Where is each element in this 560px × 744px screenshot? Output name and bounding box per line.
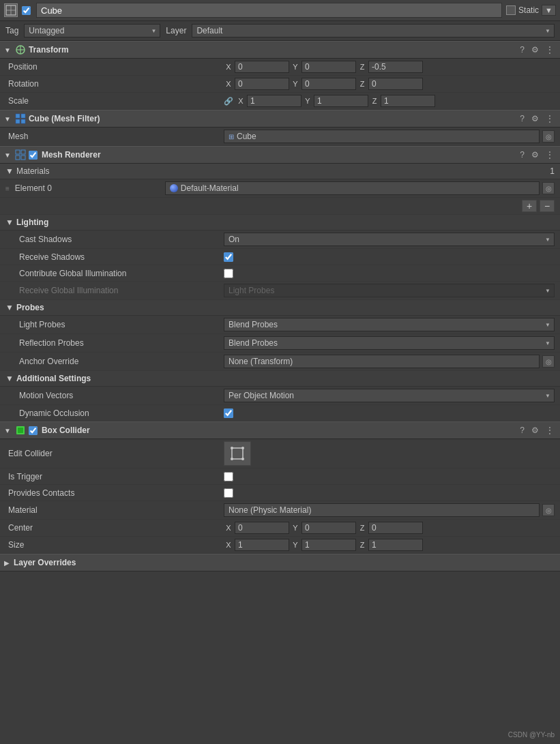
object-icon <box>4 3 18 17</box>
size-x-input[interactable] <box>235 539 289 551</box>
svg-rect-12 <box>16 155 20 160</box>
scale-lock-icon[interactable]: 🔗 <box>224 97 233 106</box>
size-value: X Y Z <box>224 539 555 551</box>
mesh-renderer-arrow[interactable]: ▼ <box>4 151 11 159</box>
mesh-filter-arrow[interactable]: ▼ <box>4 115 11 123</box>
center-z-input[interactable] <box>368 522 423 534</box>
mesh-filter-menu-btn[interactable]: ⋮ <box>544 114 556 123</box>
center-y-input[interactable] <box>301 522 356 534</box>
cast-shadows-dropdown-wrapper[interactable]: On <box>224 233 555 246</box>
rot-y-input[interactable] <box>301 78 356 90</box>
light-probes-row: Light Probes Blend Probes <box>0 316 560 334</box>
mesh-filter-actions: ? ⚙ ⋮ <box>518 114 556 123</box>
layer-dropdown-wrapper[interactable]: Default <box>192 24 555 38</box>
remove-material-btn[interactable]: − <box>540 200 555 212</box>
center-xyz: X Y Z <box>224 522 555 534</box>
additional-settings-arrow[interactable]: ▼ <box>5 374 14 383</box>
center-x-input[interactable] <box>235 522 289 534</box>
mesh-renderer-menu-btn[interactable]: ⋮ <box>544 150 556 160</box>
transform-settings-btn[interactable]: ⚙ <box>529 45 541 55</box>
box-collider-settings-btn[interactable]: ⚙ <box>529 426 541 435</box>
pos-y-input[interactable] <box>301 61 356 73</box>
rot-z-input[interactable] <box>368 78 423 90</box>
transform-help-btn[interactable]: ? <box>518 45 527 55</box>
edit-collider-label: Edit Collider <box>5 449 224 458</box>
motion-vectors-dropdown-wrapper[interactable]: Per Object Motion <box>224 389 555 402</box>
contribute-gi-row: Contribute Global Illumination <box>0 265 560 282</box>
object-name-input[interactable] <box>36 3 502 18</box>
edit-collider-btn[interactable] <box>224 441 251 466</box>
tag-layer-row: Tag Untagged Layer Default <box>0 21 560 41</box>
rot-y-label: Y <box>291 80 300 88</box>
mesh-filter-settings-btn[interactable]: ⚙ <box>529 114 541 123</box>
mesh-renderer-help-btn[interactable]: ? <box>518 150 527 160</box>
mesh-target-btn[interactable]: ◎ <box>542 130 555 143</box>
add-material-btn[interactable]: + <box>522 200 537 212</box>
layer-overrides-arrow[interactable]: ▶ <box>4 559 10 567</box>
light-probes-dropdown-wrapper[interactable]: Blend Probes <box>224 318 555 331</box>
rot-x-input[interactable] <box>235 78 289 90</box>
provides-contacts-checkbox[interactable] <box>224 488 233 498</box>
pos-z-input[interactable] <box>368 61 423 73</box>
cast-shadows-dropdown[interactable]: On <box>224 233 555 246</box>
transform-arrow[interactable]: ▼ <box>4 46 11 54</box>
anchor-override-label: Anchor Override <box>5 357 224 366</box>
scale-label: Scale <box>5 96 224 106</box>
scale-y-input[interactable] <box>314 95 368 107</box>
dynamic-occlusion-checkbox[interactable] <box>224 408 233 418</box>
scale-z-input[interactable] <box>381 95 435 107</box>
box-collider-help-btn[interactable]: ? <box>518 426 527 435</box>
edit-collider-icon <box>230 446 245 461</box>
reflection-probes-dropdown[interactable]: Blend Probes <box>224 336 555 350</box>
receive-shadows-checkbox[interactable] <box>224 252 233 262</box>
cast-shadows-row: Cast Shadows On <box>0 230 560 249</box>
mesh-renderer-enabled-checkbox[interactable] <box>29 151 38 160</box>
static-checkbox[interactable] <box>506 5 516 15</box>
probes-arrow[interactable]: ▼ <box>5 303 14 312</box>
lighting-subheader[interactable]: ▼ Lighting <box>0 215 560 230</box>
lighting-arrow[interactable]: ▼ <box>5 218 14 227</box>
reflection-probes-dropdown-wrapper[interactable]: Blend Probes <box>224 336 555 350</box>
svg-rect-8 <box>16 119 20 123</box>
object-active-checkbox[interactable] <box>22 6 31 15</box>
light-probes-dropdown[interactable]: Blend Probes <box>224 318 555 331</box>
tag-dropdown-wrapper[interactable]: Untagged <box>24 24 160 38</box>
pos-x-input[interactable] <box>235 61 289 73</box>
motion-vectors-dropdown[interactable]: Per Object Motion <box>224 389 555 402</box>
lighting-title: Lighting <box>16 218 48 227</box>
box-collider-menu-btn[interactable]: ⋮ <box>544 426 556 435</box>
dynamic-occlusion-value <box>224 408 555 418</box>
position-value: X Y Z <box>224 61 555 73</box>
box-collider-enabled-checkbox[interactable] <box>29 426 38 435</box>
is-trigger-checkbox[interactable] <box>224 472 233 481</box>
reflection-probes-value: Blend Probes <box>224 336 555 350</box>
size-y-input[interactable] <box>301 539 356 551</box>
scale-x-input[interactable] <box>247 95 301 107</box>
svg-rect-7 <box>21 114 25 118</box>
probes-subheader[interactable]: ▼ Probes <box>0 300 560 316</box>
mesh-filter-help-btn[interactable]: ? <box>518 114 527 123</box>
anchor-target-btn[interactable]: ◎ <box>542 355 555 368</box>
static-row: Static ▼ <box>506 5 556 16</box>
materials-arrow[interactable]: ▼ <box>5 166 14 176</box>
transform-menu-btn[interactable]: ⋮ <box>544 45 556 55</box>
contribute-gi-checkbox[interactable] <box>224 269 233 278</box>
physic-material-target-btn[interactable]: ◎ <box>542 504 555 516</box>
static-dropdown-btn[interactable]: ▼ <box>542 5 556 16</box>
tag-dropdown[interactable]: Untagged <box>24 24 160 38</box>
layer-dropdown[interactable]: Default <box>192 24 555 38</box>
mesh-filter-icon <box>15 113 26 124</box>
light-probes-value: Blend Probes <box>224 318 555 331</box>
additional-settings-subheader[interactable]: ▼ Additional Settings <box>0 371 560 387</box>
mesh-renderer-settings-btn[interactable]: ⚙ <box>529 150 541 160</box>
receive-gi-value: Light Probes <box>224 284 555 297</box>
material-target-btn[interactable]: ◎ <box>542 182 555 194</box>
size-z-input[interactable] <box>368 539 423 551</box>
motion-vectors-label: Motion Vectors <box>5 391 224 400</box>
transform-title: Transform <box>29 45 515 55</box>
center-value: X Y Z <box>224 522 555 534</box>
svg-rect-9 <box>21 119 25 123</box>
material-field: Default-Material <box>165 181 540 195</box>
box-collider-arrow[interactable]: ▼ <box>4 427 11 434</box>
rot-x-label: X <box>224 80 233 88</box>
